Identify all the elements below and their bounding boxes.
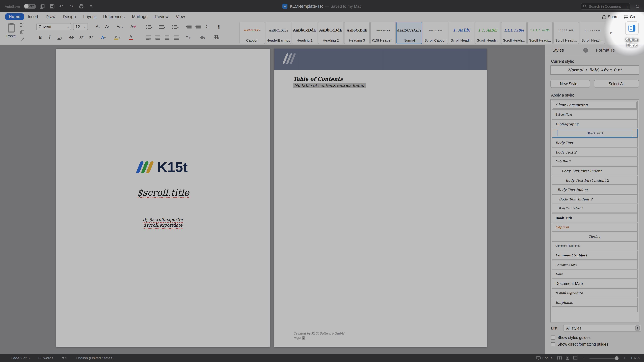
customize-toolbar-icon[interactable] xyxy=(88,3,94,9)
style-row-body-text-indent-3[interactable]: Body Text Indent 3 xyxy=(552,204,638,213)
font-name-combo[interactable]: Caveat xyxy=(36,23,71,30)
style-row-body-text-first-indent-2[interactable]: Body Text First Indent 2 xyxy=(552,176,638,185)
zoom-in-icon[interactable] xyxy=(624,356,626,360)
subscript-button[interactable]: X2 xyxy=(77,33,86,41)
print-layout-icon[interactable] xyxy=(566,356,569,360)
underline-button[interactable]: U xyxy=(54,33,65,41)
gallery-style-scroll-heading-6[interactable]: 1.1.1.1.1.1. AaBScroll Headi... xyxy=(580,22,605,44)
print-icon[interactable] xyxy=(78,3,84,9)
gallery-style-scroll-heading-1[interactable]: 1. AaBblScroll Headi... xyxy=(449,22,474,44)
focus-button[interactable]: Focus xyxy=(536,356,552,360)
direct-formatting-checkbox[interactable] xyxy=(551,342,555,346)
redo-icon[interactable]: ↷ xyxy=(68,3,75,9)
strikethrough-button[interactable]: ab xyxy=(67,33,76,41)
shading-button[interactable] xyxy=(198,33,208,41)
bullets-button[interactable] xyxy=(144,23,154,30)
tab-review[interactable]: Review xyxy=(152,13,172,20)
share-button[interactable]: Share xyxy=(602,14,618,19)
new-style-button[interactable]: New Style... xyxy=(550,80,590,88)
text-effects-button[interactable]: A xyxy=(98,33,109,41)
numbering-button[interactable] xyxy=(157,23,167,30)
page-2[interactable]: Table of Contents No table of contents e… xyxy=(274,49,487,347)
gallery-style-scroll-heading-2[interactable]: 1.1. AaBblScroll Headi... xyxy=(475,22,500,44)
line-spacing-button[interactable]: ⇅ xyxy=(183,33,193,41)
zoom-slider[interactable] xyxy=(589,358,619,359)
close-pane-icon[interactable] xyxy=(583,48,588,52)
tab-format-text-effects[interactable]: Format Te xyxy=(596,48,621,52)
tab-styles[interactable]: Styles xyxy=(552,48,564,52)
increase-indent-button[interactable]: ▸ xyxy=(193,23,200,30)
tab-layout[interactable]: Layout xyxy=(80,13,99,20)
style-row-comment-reference[interactable]: Comment Reference xyxy=(552,241,638,250)
sort-button[interactable]: AZ ↓ xyxy=(203,23,211,30)
zoom-level[interactable]: 107% xyxy=(630,356,640,360)
show-direct-formatting-guides-option[interactable]: Show direct formatting guides xyxy=(551,342,608,346)
list-filter-dropdown[interactable]: All styles ▲▼ xyxy=(563,325,641,332)
style-row-body-text[interactable]: Body Text xyxy=(552,138,638,147)
tab-design[interactable]: Design xyxy=(59,13,79,20)
styles-pane-button[interactable] xyxy=(625,21,639,35)
change-case-button[interactable]: Aa xyxy=(115,23,125,30)
style-row-partial[interactable] xyxy=(552,307,638,312)
language-indicator[interactable]: English (United States) xyxy=(76,356,114,360)
style-row-emphasis[interactable]: Emphasis xyxy=(552,298,638,307)
style-row-closing[interactable]: Closing xyxy=(552,232,638,241)
align-center-button[interactable] xyxy=(154,33,162,41)
paste-button[interactable]: Paste xyxy=(4,22,18,43)
align-left-button[interactable] xyxy=(144,33,152,41)
style-row-clear-formatting[interactable]: Clear Formatting xyxy=(552,100,638,110)
style-row-body-text-indent[interactable]: Body Text Indent xyxy=(552,185,638,194)
highlight-button[interactable] xyxy=(111,33,123,41)
zoom-out-icon[interactable] xyxy=(582,356,585,360)
gallery-style-scroll-heading-4[interactable]: 1.1.1.1. AaBblScroll Headi... xyxy=(527,22,553,44)
toc-placeholder-field[interactable]: No table of contents entries found. xyxy=(293,83,366,88)
comments-button[interactable]: Co xyxy=(624,14,641,19)
proofing-mute-icon[interactable] xyxy=(62,356,67,360)
style-row-body-text-first-indent[interactable]: Body Text First Indent xyxy=(552,166,638,175)
clear-formatting-button[interactable]: A xyxy=(129,23,138,30)
style-row-comment-subject[interactable]: Comment Subject xyxy=(552,251,638,260)
multilevel-list-button[interactable] xyxy=(170,23,180,30)
read-mode-icon[interactable] xyxy=(557,356,562,360)
gallery-style-heading-2[interactable]: AaBbCcDdEHeading 2 xyxy=(318,22,344,44)
font-color-button[interactable]: A xyxy=(126,33,136,41)
styles-list[interactable]: Clear Formatting Balloon Text Bibliograp… xyxy=(550,99,639,323)
italic-button[interactable]: I xyxy=(46,33,54,41)
borders-button[interactable] xyxy=(211,33,221,41)
tab-insert[interactable]: Insert xyxy=(24,13,42,20)
superscript-button[interactable]: X2 xyxy=(86,33,95,41)
style-row-document-map[interactable]: Document Map xyxy=(552,279,638,288)
styles-guides-checkbox[interactable] xyxy=(551,336,555,340)
document-canvas[interactable]: K15t $scroll.title By $scroll.exporter $… xyxy=(0,45,545,354)
bold-button[interactable]: B xyxy=(36,33,44,41)
copy-icon[interactable] xyxy=(20,29,25,34)
style-row-book-title[interactable]: Book Title xyxy=(552,213,638,222)
grow-font-button[interactable]: A xyxy=(93,23,102,30)
style-row-block-text[interactable]: Block Text xyxy=(552,129,638,138)
search-input[interactable] xyxy=(588,4,625,8)
search-box[interactable] xyxy=(580,3,630,9)
style-row-body-text-indent-2[interactable]: Body Text Indent 2 xyxy=(552,194,638,203)
gallery-more-arrow-icon[interactable] xyxy=(610,30,612,35)
style-row-body-text-2[interactable]: Body Text 2 xyxy=(552,147,638,157)
gallery-style-scroll-caption[interactable]: AaBbCcDdEeScroll Caption xyxy=(422,22,448,44)
stepper-icon[interactable]: ▲▼ xyxy=(635,326,640,331)
undo-icon[interactable]: ↶ xyxy=(59,3,65,9)
gallery-style-k15t-header[interactable]: AaBbCcDdEeK15t Header... xyxy=(370,22,396,44)
style-row-bibliography[interactable]: Bibliography xyxy=(552,119,638,128)
gallery-style-normal[interactable]: AaBbCcDdEeNormal xyxy=(396,22,422,44)
tab-draw[interactable]: Draw xyxy=(42,13,59,20)
justify-button[interactable] xyxy=(172,33,180,41)
style-row-body-text-3[interactable]: Body Text 3 xyxy=(552,157,638,166)
style-row-date[interactable]: Date xyxy=(552,270,638,279)
tab-home[interactable]: Home xyxy=(5,13,24,20)
show-paragraph-marks-button[interactable]: ¶ xyxy=(215,23,222,30)
page-indicator[interactable]: Page 2 of 5 xyxy=(11,356,30,360)
gallery-style-heading-3[interactable]: AaBbCcDdEHeading 3 xyxy=(344,22,370,44)
gallery-style-heading-1[interactable]: AaBbCcDdEHeading 1 xyxy=(292,22,317,44)
gallery-style-scroll-heading-3[interactable]: 1.1.1. AaBblScroll Headi... xyxy=(501,22,526,44)
style-row-email-signature[interactable]: E-mail Signature xyxy=(552,288,638,297)
gallery-style-scroll-heading-5[interactable]: 1.1.1.1.1. AaBbScroll Headi... xyxy=(554,22,579,44)
search-scope-caret-icon[interactable] xyxy=(626,3,628,9)
style-row-balloon-text[interactable]: Balloon Text xyxy=(552,110,638,119)
